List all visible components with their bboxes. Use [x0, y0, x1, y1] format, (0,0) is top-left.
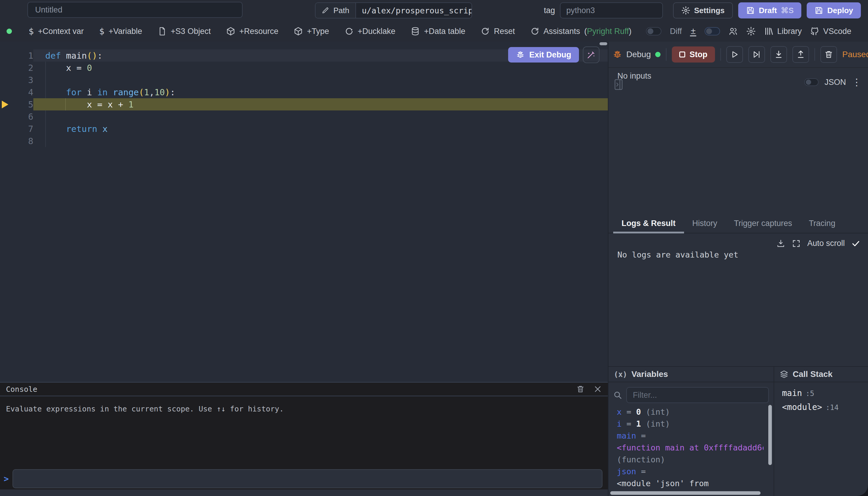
stop-square-icon — [679, 51, 685, 58]
tab-history[interactable]: History — [684, 219, 726, 233]
settings-label: Settings — [694, 6, 725, 15]
toolbar-button-resource[interactable]: +Resource — [226, 27, 278, 36]
code-line-content[interactable]: for i in range(1,10): — [33, 86, 608, 98]
collab-toggle[interactable] — [705, 27, 720, 35]
toolbar-button-s3-object[interactable]: +S3 Object — [158, 27, 211, 36]
callstack-frame[interactable]: main:5 — [782, 388, 860, 398]
exit-debug-button[interactable]: Exit Debug — [508, 47, 579, 63]
variable-row[interactable]: <function main at 0xffffadadd6c0> — [617, 442, 763, 454]
code-line-content[interactable] — [33, 135, 608, 147]
toolbar-button-ducklake[interactable]: +Ducklake — [345, 27, 396, 36]
diff-toggle[interactable] — [646, 27, 661, 35]
script-title-input[interactable] — [27, 2, 242, 18]
path-button[interactable]: Path u/alex/prosperous_script — [315, 2, 472, 18]
line-number[interactable]: 3 — [12, 75, 33, 85]
code-line[interactable]: 8 — [0, 135, 608, 147]
gutter-cell[interactable] — [0, 110, 12, 123]
code-line-content[interactable] — [33, 74, 608, 86]
gear-icon[interactable] — [746, 27, 756, 36]
filter-input[interactable] — [626, 387, 769, 403]
toolbar-button-reset[interactable]: Reset — [481, 27, 515, 36]
toolbar-button-variable[interactable]: $+Variable — [99, 26, 142, 36]
gutter-cell[interactable] — [0, 98, 12, 110]
more-options-icon[interactable]: ⋮ — [852, 77, 862, 87]
code-line-content[interactable]: return x — [33, 123, 608, 135]
path-label-segment[interactable]: Path — [316, 3, 356, 18]
trash-icon[interactable] — [576, 385, 585, 393]
editor-toolbar: $+Context var$+Variable+S3 Object+Resour… — [0, 21, 868, 42]
code-line[interactable]: 4 for i in range(1,10): — [0, 86, 608, 98]
console-input[interactable] — [13, 469, 602, 488]
code-line[interactable]: 2 x = 0 — [0, 62, 608, 74]
variable-row[interactable]: (function) — [617, 454, 763, 466]
code-token: return — [66, 124, 97, 134]
line-number[interactable]: 4 — [12, 87, 33, 97]
expand-icon[interactable] — [792, 239, 801, 248]
gutter-cell[interactable] — [0, 62, 12, 74]
callstack-frame[interactable]: <module>:14 — [782, 402, 860, 412]
check-icon[interactable] — [851, 239, 860, 248]
code-line[interactable]: 5 x = x + 1 — [0, 98, 608, 110]
logs-empty-text: No logs are available yet — [617, 250, 738, 259]
code-token: 1 — [128, 99, 133, 110]
code-token: 1 — [144, 87, 149, 97]
line-number[interactable]: 8 — [12, 136, 33, 146]
gutter-cell[interactable] — [0, 86, 12, 98]
variable-row[interactable]: json = — [617, 466, 763, 478]
step-over-button[interactable] — [748, 46, 765, 63]
line-number[interactable]: 6 — [12, 112, 33, 122]
code-line-content[interactable]: x = 0 — [33, 62, 608, 74]
draft-button[interactable]: Draft ⌘S — [738, 2, 801, 18]
ai-wand-button[interactable] — [583, 46, 600, 63]
code-line[interactable]: 6 — [0, 110, 608, 123]
variable-row[interactable]: i = 1 (int) — [617, 418, 763, 430]
gutter-cell[interactable] — [0, 123, 12, 135]
code-editor[interactable]: 1def main():2 x = 034 for i in range(1,1… — [0, 42, 608, 382]
line-number[interactable]: 1 — [12, 51, 33, 61]
download-icon[interactable] — [776, 239, 785, 248]
code-line-content[interactable] — [33, 110, 608, 123]
editor-scrollbar-thumb[interactable] — [600, 42, 607, 45]
search-icon — [613, 391, 622, 400]
continue-button[interactable] — [726, 46, 743, 63]
variable-segment: (int) — [641, 407, 670, 417]
tag-label: tag — [544, 6, 555, 15]
variable-row[interactable]: main = — [617, 430, 763, 442]
gutter-cell[interactable] — [0, 135, 12, 147]
autoscroll-label[interactable]: Auto scroll — [807, 239, 845, 248]
deploy-button[interactable]: Deploy — [807, 2, 861, 18]
tab-tracing[interactable]: Tracing — [801, 219, 843, 233]
line-number[interactable]: 2 — [12, 63, 33, 73]
gutter-cell[interactable] — [0, 74, 12, 86]
close-icon[interactable] — [594, 385, 602, 393]
toolbar-button-type[interactable]: +Type — [294, 27, 329, 36]
code-line-content[interactable]: x = x + 1 — [33, 98, 608, 110]
line-number[interactable]: 7 — [12, 124, 33, 134]
path-value[interactable]: u/alex/prosperous_script — [356, 3, 472, 18]
tab-logs-result[interactable]: Logs & Result — [613, 219, 684, 233]
step-out-button[interactable] — [792, 46, 809, 63]
stop-button[interactable]: Stop — [672, 46, 715, 63]
plus-minus-icon[interactable]: ± — [690, 27, 696, 36]
library-button[interactable]: Library — [764, 27, 802, 36]
tag-input[interactable] — [560, 2, 663, 18]
vscode-button[interactable]: VScode — [810, 27, 851, 36]
toolbar-button-context-var[interactable]: $+Context var — [29, 26, 84, 36]
variables-horizontal-scrollbar[interactable] — [610, 491, 760, 495]
variable-row[interactable]: <module 'json' from — [617, 478, 763, 490]
line-number[interactable]: 5 — [12, 99, 33, 110]
users-icon[interactable] — [728, 27, 738, 36]
tab-trigger-captures[interactable]: Trigger captures — [726, 219, 801, 233]
settings-button[interactable]: Settings — [673, 2, 733, 18]
toolbar-button-data-table[interactable]: +Data table — [411, 27, 465, 36]
gutter-cell[interactable] — [0, 49, 12, 62]
code-line[interactable]: 7 return x — [0, 123, 608, 135]
variable-row[interactable]: x = 0 (int) — [617, 406, 763, 418]
variables-vertical-scrollbar[interactable] — [768, 405, 772, 465]
code-line[interactable]: 3 — [0, 74, 608, 86]
json-toggle[interactable] — [804, 78, 819, 86]
step-into-button[interactable] — [770, 46, 787, 63]
toolbar-button-assistants[interactable]: Assistants(Pyright Ruff) — [531, 27, 632, 36]
clear-debug-button[interactable] — [820, 46, 837, 63]
divider — [720, 48, 721, 61]
